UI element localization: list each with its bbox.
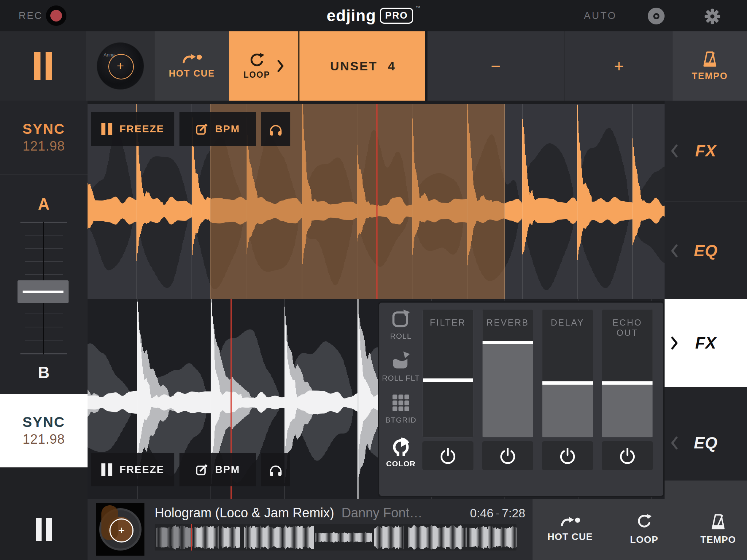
minus-icon: − — [491, 56, 501, 76]
color-knob-icon — [391, 437, 410, 456]
fx-mode-color[interactable]: COLOR — [379, 437, 422, 468]
deck-b-waveform-area[interactable]: FREEZE BPM — [88, 299, 665, 499]
roll-filter-icon — [391, 351, 410, 370]
power-icon — [499, 447, 517, 465]
bottom-toolbar: HOT CUE LOOP TEMPO — [533, 499, 747, 560]
vinyl-disc-icon[interactable] — [648, 8, 665, 24]
edit-icon — [196, 463, 208, 476]
logo-wordmark: edjing — [327, 7, 376, 25]
time-separator: - — [494, 506, 502, 520]
bottom-deck-pause-button[interactable] — [0, 499, 88, 560]
power-icon — [439, 447, 457, 465]
deck-a-fx-tab[interactable]: FX — [665, 101, 747, 201]
metronome-icon — [703, 51, 717, 67]
eq-b-label: EQ — [694, 434, 718, 452]
delay-value-line — [542, 381, 593, 385]
filter-slider[interactable]: FILTER — [422, 309, 473, 438]
app-logo: edjing PRO ™ — [0, 0, 747, 31]
eq-a-label: EQ — [694, 242, 718, 260]
bottom-hot-cue-button[interactable]: HOT CUE — [539, 499, 601, 560]
loop-label: LOOP — [243, 70, 270, 80]
disc-hole — [653, 13, 659, 19]
deck-a-bpm-value: 121.98 — [23, 139, 65, 154]
fx-b-label: FX — [695, 334, 716, 352]
bottom-loop-button[interactable]: LOOP — [613, 499, 675, 560]
deck-b-freeze-button[interactable]: FREEZE — [91, 453, 174, 486]
deck-a-bpm-button[interactable]: BPM — [179, 112, 256, 146]
power-icon — [618, 447, 636, 465]
loop-decrease-button[interactable]: − — [427, 31, 564, 101]
loop-icon — [249, 52, 265, 69]
deck-a-album-art[interactable]: Anna + — [86, 31, 155, 101]
bpm-label: BPM — [215, 123, 240, 135]
top-bar: REC edjing PRO ™ AUTO — [0, 0, 747, 31]
hot-cue-icon — [182, 54, 202, 64]
deck-b-headphones-button[interactable] — [261, 453, 290, 486]
roll-flt-label: ROLL FLT — [382, 374, 420, 382]
deck-b-letter: B — [0, 362, 88, 384]
chevron-left-icon — [670, 436, 678, 450]
track-info-row: Hologram (Loco & Jam Remix) Danny Font… … — [155, 505, 525, 521]
now-playing-bar: + Hologram (Loco & Jam Remix) Danny Font… — [88, 499, 533, 560]
delay-fill — [542, 385, 593, 437]
tempo-label: TEMPO — [700, 534, 736, 545]
deck-a-sync-button[interactable]: SYNC 121.98 — [0, 101, 88, 174]
loop-length-display[interactable]: UNSET 4 — [298, 31, 426, 101]
reverb-power-button[interactable] — [482, 441, 533, 470]
loop-state-label: UNSET — [330, 59, 378, 73]
echo-out-value-line — [602, 381, 653, 385]
loop-increase-button[interactable]: + — [564, 31, 673, 101]
reverb-slider[interactable]: REVERB — [482, 309, 533, 438]
fx-mode-roll-flt[interactable]: ROLL FLT — [379, 351, 422, 382]
crossfader-track[interactable] — [0, 222, 88, 355]
deck-a-eq-tab[interactable]: EQ — [665, 201, 747, 300]
auto-mix-button[interactable]: AUTO — [582, 0, 619, 31]
metronome-icon — [711, 514, 725, 530]
deck-a-tempo-button[interactable]: TEMPO — [673, 31, 747, 101]
reverb-label: REVERB — [483, 318, 533, 328]
hot-cue-icon — [560, 517, 580, 527]
delay-label: DELAY — [542, 318, 593, 328]
roll-label: ROLL — [390, 332, 412, 341]
tempo-label: TEMPO — [692, 71, 728, 81]
freeze-pause-icon — [101, 123, 112, 135]
echo-out-slider[interactable]: ECHO OUT — [602, 309, 653, 438]
vinyl-a-thumbnail: Anna + — [97, 43, 144, 89]
reverb-fill — [483, 344, 533, 437]
fx-panel: ROLL ROLL FLT BTGRID — [379, 303, 663, 496]
loop-icon — [636, 514, 652, 530]
track-time: 0:46-7:28 — [470, 506, 525, 520]
deck-a-pause-button[interactable] — [0, 31, 86, 101]
deck-b-sync-button[interactable]: SYNC 121.98 — [0, 394, 88, 467]
crossfader-handle[interactable] — [18, 280, 69, 303]
overview-waveform[interactable] — [155, 524, 516, 551]
cue-ring-icon: + — [109, 518, 133, 542]
bottom-tempo-button[interactable]: TEMPO — [687, 499, 747, 560]
deck-b-bpm-button[interactable]: BPM — [179, 453, 256, 486]
echo-out-power-button[interactable] — [602, 441, 653, 470]
sync-a-label: SYNC — [23, 121, 65, 137]
delay-slider[interactable]: DELAY — [542, 309, 593, 438]
fx-mode-btgrid[interactable]: BTGRID — [379, 394, 422, 424]
pause-icon — [36, 518, 52, 541]
delay-power-button[interactable] — [542, 441, 593, 470]
bpm-label: BPM — [215, 464, 240, 475]
deck-b-fx-tab-active[interactable]: FX — [665, 299, 747, 387]
deck-a-loop-button[interactable]: LOOP — [229, 31, 298, 101]
deck-a-waveform-area[interactable]: FREEZE BPM — [88, 101, 665, 299]
color-label: COLOR — [386, 459, 416, 468]
trademark-symbol: ™ — [415, 5, 420, 11]
deck-a-headphones-button[interactable] — [261, 112, 290, 146]
freeze-pause-icon — [101, 463, 112, 476]
deck-a-hot-cue-button[interactable]: HOT CUE — [155, 31, 229, 101]
time-total: 7:28 — [502, 506, 525, 520]
deck-a-freeze-button[interactable]: FREEZE — [91, 112, 174, 146]
filter-power-button[interactable] — [422, 441, 473, 470]
record-button[interactable] — [46, 5, 66, 26]
sync-b-label: SYNC — [23, 414, 65, 430]
bottom-right-corner — [665, 481, 747, 499]
fx-mode-roll[interactable]: ROLL — [379, 309, 422, 341]
bottom-album-art[interactable]: + — [96, 503, 144, 556]
track-overview-seekbar[interactable] — [155, 524, 516, 551]
settings-gear-icon[interactable] — [703, 7, 721, 26]
